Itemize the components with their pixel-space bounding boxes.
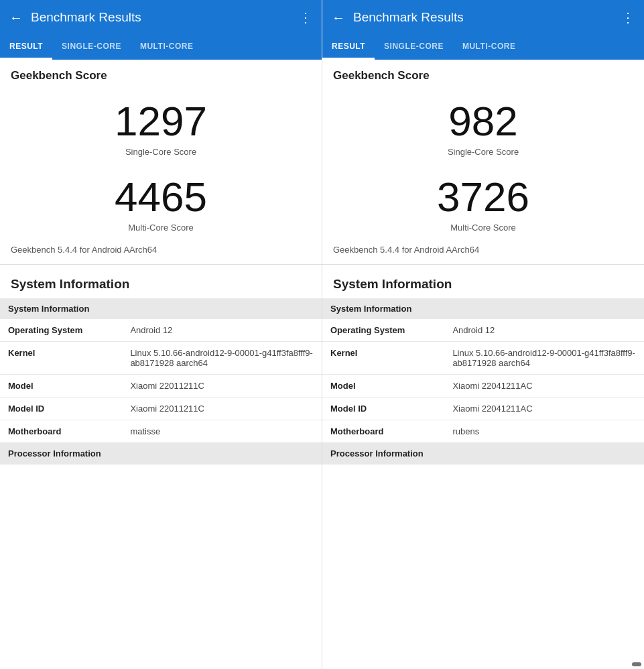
- sys-info-heading-right: System Information: [322, 265, 644, 298]
- row-value-1-right: Linux 5.10.66-android12-9-00001-g41ff3fa…: [444, 342, 644, 375]
- table-row-3-left: Model ID Xiaomi 22011211C: [0, 398, 322, 420]
- row-key-4-right: Motherboard: [322, 420, 444, 443]
- tab-2-right[interactable]: MULTI-CORE: [453, 35, 525, 60]
- table-row-4-right: Motherboard rubens: [322, 420, 644, 443]
- table-row-1-left: Kernel Linux 5.10.66-android12-9-00001-g…: [0, 342, 322, 375]
- row-key-0-right: Operating System: [322, 319, 444, 342]
- sys-info-heading-left: System Information: [0, 265, 322, 298]
- processor-heading-row-left: Processor Information: [0, 443, 322, 465]
- table-row-1-right: Kernel Linux 5.10.66-android12-9-00001-g…: [322, 342, 644, 375]
- table-row-3-right: Model ID Xiaomi 22041211AC: [322, 398, 644, 420]
- row-value-0-left: Android 12: [122, 319, 322, 342]
- single-core-score-block-left: 1297 Single-Core Score: [0, 86, 322, 162]
- row-key-2-left: Model: [0, 375, 122, 398]
- row-value-2-left: Xiaomi 22011211C: [122, 375, 322, 398]
- multi-core-number-left: 4465: [7, 174, 315, 220]
- info-table-right: System Information Operating System Andr…: [322, 298, 644, 465]
- multi-core-score-block-left: 4465 Multi-Core Score: [0, 162, 322, 238]
- row-value-4-left: matisse: [122, 420, 322, 443]
- row-value-3-left: Xiaomi 22011211C: [122, 398, 322, 420]
- version-string-right: Geekbench 5.4.4 for Android AArch64: [322, 238, 644, 265]
- panel-right: ← Benchmark Results ⋮ RESULTSINGLE-COREM…: [322, 0, 644, 669]
- app-header-right: ← Benchmark Results ⋮: [322, 0, 644, 35]
- row-value-4-right: rubens: [444, 420, 644, 443]
- multi-core-number-right: 3726: [329, 174, 637, 220]
- processor-heading-right: Processor Information: [322, 443, 644, 465]
- back-button-left[interactable]: ←: [9, 10, 23, 25]
- tabs-bar-right: RESULTSINGLE-COREMULTI-CORE: [322, 35, 644, 60]
- processor-heading-left: Processor Information: [0, 443, 322, 465]
- row-value-1-left: Linux 5.10.66-android12-9-00001-g41ff3fa…: [122, 342, 322, 375]
- tab-1-right[interactable]: SINGLE-CORE: [375, 35, 453, 60]
- row-value-0-right: Android 12: [444, 319, 644, 342]
- table-row-4-left: Motherboard matisse: [0, 420, 322, 443]
- back-button-right[interactable]: ←: [332, 10, 345, 25]
- single-core-number-left: 1297: [7, 99, 315, 144]
- table-header-right: System Information: [322, 298, 644, 319]
- single-core-label-right: Single-Core Score: [329, 147, 637, 157]
- row-key-1-right: Kernel: [322, 342, 444, 375]
- table-row-2-left: Model Xiaomi 22011211C: [0, 375, 322, 398]
- multi-core-label-left: Multi-Core Score: [7, 223, 315, 233]
- row-key-4-left: Motherboard: [0, 420, 122, 443]
- row-value-2-right: Xiaomi 22041211AC: [444, 375, 644, 398]
- more-icon-right[interactable]: ⋮: [621, 9, 635, 25]
- tab-2-left[interactable]: MULTI-CORE: [131, 35, 202, 60]
- row-key-2-right: Model: [322, 375, 444, 398]
- multi-core-label-right: Multi-Core Score: [329, 223, 637, 233]
- header-title-left: Benchmark Results: [31, 10, 299, 25]
- geekbench-score-heading-left: Geekbench Score: [0, 60, 322, 86]
- row-key-1-left: Kernel: [0, 342, 122, 375]
- tab-0-right[interactable]: RESULT: [322, 35, 375, 60]
- info-table-left: System Information Operating System Andr…: [0, 298, 322, 465]
- table-header-left: System Information: [0, 298, 322, 319]
- row-key-0-left: Operating System: [0, 319, 122, 342]
- table-row-0-right: Operating System Android 12: [322, 319, 644, 342]
- geekbench-score-heading-right: Geekbench Score: [322, 60, 644, 86]
- tab-1-left[interactable]: SINGLE-CORE: [52, 35, 131, 60]
- tab-0-left[interactable]: RESULT: [0, 35, 52, 60]
- header-title-right: Benchmark Results: [353, 10, 621, 25]
- single-core-number-right: 982: [329, 99, 637, 144]
- multi-core-score-block-right: 3726 Multi-Core Score: [322, 162, 644, 238]
- table-row-0-left: Operating System Android 12: [0, 319, 322, 342]
- processor-heading-row-right: Processor Information: [322, 443, 644, 465]
- version-string-left: Geekbench 5.4.4 for Android AArch64: [0, 238, 322, 265]
- single-core-score-block-right: 982 Single-Core Score: [322, 86, 644, 162]
- row-value-3-right: Xiaomi 22041211AC: [444, 398, 644, 420]
- tabs-bar-left: RESULTSINGLE-COREMULTI-CORE: [0, 35, 322, 60]
- row-key-3-left: Model ID: [0, 398, 122, 420]
- app-header-left: ← Benchmark Results ⋮: [0, 0, 322, 35]
- table-row-2-right: Model Xiaomi 22041211AC: [322, 375, 644, 398]
- panel-left: ← Benchmark Results ⋮ RESULTSINGLE-COREM…: [0, 0, 322, 669]
- more-icon-left[interactable]: ⋮: [299, 9, 312, 25]
- single-core-label-left: Single-Core Score: [7, 147, 315, 157]
- row-key-3-right: Model ID: [322, 398, 444, 420]
